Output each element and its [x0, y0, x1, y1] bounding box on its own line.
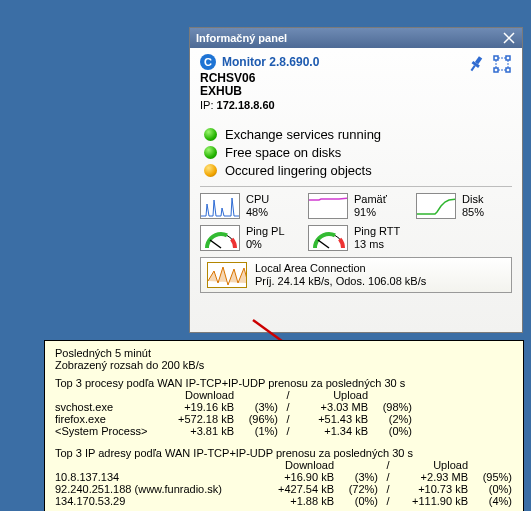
svg-line-8 [318, 240, 329, 248]
ip-ul: +10.73 kB [398, 483, 468, 495]
tooltip-proc-header: Top 3 procesy podľa WAN IP-TCP+IP-UDP pr… [55, 377, 513, 389]
col-download: Download [264, 459, 334, 471]
metric-value: 13 ms [354, 238, 400, 251]
status-text: Free space on disks [225, 145, 341, 160]
metric-ping-pl[interactable]: Ping PL 0% [200, 225, 296, 251]
ip-sep: / [382, 495, 394, 507]
metric-value: 91% [354, 206, 387, 219]
ip-label: IP: [200, 99, 213, 111]
spark-net-icon [207, 262, 247, 288]
ip-ulp: (95%) [472, 471, 512, 483]
proc-dlp: (3%) [238, 401, 278, 413]
metric-cpu[interactable]: CPU 48% [200, 193, 296, 219]
ip-ul: +111.90 kB [398, 495, 468, 507]
panel-body: C Monitor 2.8.690.0 RCHSV06 EXHUB IP: 17… [190, 48, 522, 297]
ip-dlp: (72%) [338, 483, 378, 495]
proc-sep: / [282, 401, 294, 413]
app-name: Monitor 2.8.690.0 [222, 55, 319, 69]
metric-name: Ping RTT [354, 225, 400, 238]
network-tooltip: Posledných 5 minút Zobrazený rozsah do 2… [44, 340, 524, 511]
net-name: Local Area Connection [255, 262, 426, 275]
tooltip-line2: Zobrazený rozsah do 200 kB/s [55, 359, 513, 371]
proc-name: svchost.exe [55, 401, 160, 413]
proc-ul: +1.34 kB [298, 425, 368, 437]
status-dot-icon [204, 164, 217, 177]
ip-sep: / [382, 483, 394, 495]
ip-row: 10.8.137.134+16.90 kB(3%)/+2.93 MB(95%) [55, 471, 513, 483]
arrange-icon[interactable] [492, 54, 512, 74]
status-row: Free space on disks [204, 145, 512, 160]
proc-ul: +51.43 kB [298, 413, 368, 425]
proc-ulp: (98%) [372, 401, 412, 413]
status-text: Occured lingering objects [225, 163, 372, 178]
status-dot-icon [204, 128, 217, 141]
proc-ulp: (2%) [372, 413, 412, 425]
metric-value: 0% [246, 238, 285, 251]
svg-rect-3 [494, 56, 498, 60]
pin-icon[interactable] [466, 54, 486, 74]
metric-disk[interactable]: Disk 85% [416, 193, 512, 219]
proc-dl: +572.18 kB [164, 413, 234, 425]
metric-value: 85% [462, 206, 484, 219]
metrics-row-2: Ping PL 0% Ping RTT 13 ms xx [200, 225, 512, 251]
proc-dlp: (1%) [238, 425, 278, 437]
ip-dlp: (3%) [338, 471, 378, 483]
svg-rect-4 [506, 56, 510, 60]
ip-row: 134.170.53.29+1.88 kB(0%)/+111.90 kB(4%) [55, 495, 513, 507]
ip-sep: / [382, 471, 394, 483]
net-rates: Príj. 24.14 kB/s, Odos. 106.08 kB/s [255, 275, 426, 288]
sub-host-name: EXHUB [200, 84, 512, 98]
metric-name: Ping PL [246, 225, 285, 238]
ip-dl: +1.88 kB [264, 495, 334, 507]
proc-sep: / [282, 413, 294, 425]
info-panel: Informačný panel C Monitor 2.8.690.0 RCH… [189, 27, 523, 333]
ip-ul: +2.93 MB [398, 471, 468, 483]
metric-name: Disk [462, 193, 484, 206]
proc-sep: / [282, 425, 294, 437]
col-sep: / [282, 389, 294, 401]
metric-value: 48% [246, 206, 269, 219]
proc-ul: +3.03 MB [298, 401, 368, 413]
proc-ulp: (0%) [372, 425, 412, 437]
proc-dlp: (96%) [238, 413, 278, 425]
proc-dl: +3.81 kB [164, 425, 234, 437]
panel-title: Informačný panel [196, 32, 287, 44]
spark-cpu-icon [200, 193, 240, 219]
spark-mem-icon [308, 193, 348, 219]
ip-dl: +427.54 kB [264, 483, 334, 495]
ip-header-row: Download / Upload [55, 459, 513, 471]
ip-name: 134.170.53.29 [55, 495, 260, 507]
col-upload: Upload [398, 459, 468, 471]
metric-name: CPU [246, 193, 269, 206]
proc-name: firefox.exe [55, 413, 160, 425]
network-row[interactable]: Local Area Connection Príj. 24.14 kB/s, … [200, 257, 512, 293]
ip-ulp: (4%) [472, 495, 512, 507]
col-upload: Upload [298, 389, 368, 401]
status-row: Exchange services running [204, 127, 512, 142]
metrics-row: CPU 48% Pamäť 91% Disk 85% [200, 193, 512, 219]
ip-ulp: (0%) [472, 483, 512, 495]
status-dot-icon [204, 146, 217, 159]
svg-rect-5 [494, 68, 498, 72]
gauge-pl-icon [200, 225, 240, 251]
svg-rect-6 [506, 68, 510, 72]
proc-dl: +19.16 kB [164, 401, 234, 413]
ip-dlp: (0%) [338, 495, 378, 507]
proc-name: <System Process> [55, 425, 160, 437]
gauge-rtt-icon [308, 225, 348, 251]
spark-disk-icon [416, 193, 456, 219]
metric-ping-rtt[interactable]: Ping RTT 13 ms [308, 225, 404, 251]
close-icon[interactable] [502, 31, 516, 45]
ip-value: 172.18.8.60 [217, 99, 275, 111]
svg-rect-2 [471, 65, 476, 71]
status-row: Occured lingering objects [204, 163, 512, 178]
proc-row: svchost.exe+19.16 kB(3%)/+3.03 MB(98%) [55, 401, 513, 413]
status-block: Exchange services running Free space on … [204, 127, 512, 178]
col-sep: / [382, 459, 394, 471]
proc-header-row: Download / Upload [55, 389, 513, 401]
proc-row: firefox.exe+572.18 kB(96%)/+51.43 kB(2%) [55, 413, 513, 425]
col-download: Download [164, 389, 234, 401]
panel-titlebar[interactable]: Informačný panel [190, 28, 522, 48]
metric-memory[interactable]: Pamäť 91% [308, 193, 404, 219]
proc-row: <System Process>+3.81 kB(1%)/+1.34 kB(0%… [55, 425, 513, 437]
